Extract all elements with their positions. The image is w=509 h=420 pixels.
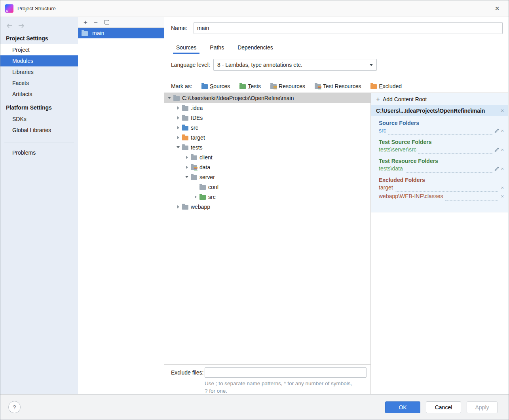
folder-icon [182, 106, 188, 111]
group-title-excluded-folders: Excluded Folders [379, 177, 508, 183]
folder-icon [182, 205, 188, 210]
back-icon[interactable] [6, 23, 13, 28]
tree-row-data[interactable]: data [164, 162, 370, 172]
chevron-down-icon[interactable] [175, 144, 181, 151]
tab-sources[interactable]: Sources [176, 44, 196, 54]
sidebar-item-libraries[interactable]: Libraries [0, 66, 78, 78]
chevron-right-icon[interactable] [184, 154, 190, 161]
dotted-leader [405, 170, 493, 173]
group-title-test-resource-folders: Test Resource Folders [379, 158, 508, 164]
forward-icon[interactable] [18, 23, 25, 28]
mark-test-resources-button[interactable]: Test Resources [314, 83, 361, 89]
project-structure-dialog: Project Structure × Project Settings Pro… [0, 0, 509, 420]
dialog-footer: ? OK Cancel Apply [0, 394, 509, 420]
add-content-root-button[interactable]: + Add Content Root [371, 93, 508, 105]
test-resource-folder-item[interactable]: tests\data × [379, 164, 508, 173]
remove-module-icon[interactable]: − [94, 19, 98, 26]
tree-row-ides[interactable]: IDEs [164, 113, 370, 123]
exclude-files-input[interactable] [205, 367, 367, 378]
sidebar-item-problems[interactable]: Problems [0, 147, 78, 158]
exclude-files-row: Exclude files: [171, 367, 367, 378]
content-root-row[interactable]: C:\Users\...IdeaProjects\OpenRefine\main… [371, 105, 508, 116]
chevron-right-icon[interactable] [175, 115, 181, 121]
content-root-details-panel: + Add Content Root C:\Users\...IdeaProje… [370, 93, 508, 394]
folder-icon [182, 146, 188, 150]
sidebar-item-modules[interactable]: Modules [0, 55, 78, 66]
chevron-down-icon[interactable] [366, 59, 376, 70]
remove-content-root-icon[interactable]: × [500, 108, 505, 113]
excluded-folder-item-target[interactable]: target × [379, 183, 508, 192]
chevron-right-icon[interactable] [175, 105, 181, 111]
module-folder-icon [82, 31, 88, 36]
chevron-right-icon[interactable] [175, 204, 181, 210]
sidebar-divider [4, 142, 74, 142]
language-level-select[interactable]: 8 - Lambdas, type annotations etc. [213, 59, 377, 71]
dotted-leader [395, 189, 498, 192]
test-resources-folder-icon [191, 165, 197, 170]
chevron-right-icon[interactable] [192, 194, 199, 200]
help-icon[interactable]: ? [8, 401, 21, 413]
edit-icon[interactable] [494, 166, 500, 171]
tree-row-target[interactable]: target [164, 132, 370, 142]
sidebar-item-artifacts[interactable]: Artifacts [0, 89, 78, 100]
mark-resources-button[interactable]: Resources [270, 83, 305, 89]
edit-icon[interactable] [494, 128, 500, 133]
title-bar: Project Structure × [0, 0, 509, 17]
edit-icon[interactable] [494, 147, 500, 152]
module-list-item-main[interactable]: main [78, 28, 164, 38]
remove-folder-icon[interactable]: × [500, 185, 505, 190]
dotted-leader [388, 132, 493, 135]
language-level-row: Language level: 8 - Lambdas, type annota… [171, 59, 377, 71]
excluded-folder-icon [182, 136, 188, 140]
remove-folder-icon[interactable]: × [500, 194, 505, 199]
mark-sources-button[interactable]: Sources [201, 83, 230, 89]
tree-row-conf[interactable]: conf [164, 182, 370, 192]
tree-row-server-src[interactable]: src [164, 192, 370, 202]
language-level-value: 8 - Lambdas, type annotations etc. [217, 62, 302, 68]
cancel-button[interactable]: Cancel [426, 401, 461, 413]
chevron-right-icon[interactable] [175, 125, 181, 131]
copy-module-icon[interactable] [104, 20, 109, 25]
ok-button[interactable]: OK [385, 401, 420, 413]
chevron-down-icon[interactable] [166, 95, 173, 101]
sidebar-item-sdks[interactable]: SDKs [0, 114, 78, 125]
test-folder-icon [239, 84, 246, 89]
mark-excluded-button[interactable]: Excluded [370, 83, 402, 89]
tab-paths[interactable]: Paths [210, 44, 224, 54]
group-title-source-folders: Source Folders [379, 120, 508, 126]
test-source-folder-item[interactable]: tests\server\src × [379, 145, 508, 154]
sidebar-item-global-libraries[interactable]: Global Libraries [0, 125, 78, 136]
tab-dependencies[interactable]: Dependencies [237, 44, 273, 54]
apply-button[interactable]: Apply [467, 401, 498, 413]
add-module-icon[interactable]: + [84, 19, 87, 26]
tree-row-server[interactable]: server [164, 172, 370, 182]
tree-row-src[interactable]: src [164, 123, 370, 132]
remove-folder-icon[interactable]: × [500, 166, 505, 171]
sidebar-item-project[interactable]: Project [0, 44, 78, 55]
test-resources-folder-icon [315, 84, 321, 89]
module-name: main [92, 30, 104, 36]
chevron-right-icon[interactable] [184, 164, 190, 170]
source-folder-item-src[interactable]: src × [379, 126, 508, 135]
module-name-input[interactable] [194, 22, 503, 34]
close-icon[interactable]: × [490, 3, 504, 15]
remove-folder-icon[interactable]: × [500, 128, 505, 133]
chevron-right-icon[interactable] [175, 134, 181, 141]
tree-row-root[interactable]: C:\Users\ankit\IdeaProjects\OpenRefine\m… [164, 93, 370, 103]
content-root-tree: C:\Users\ankit\IdeaProjects\OpenRefine\m… [164, 93, 370, 364]
remove-folder-icon[interactable]: × [500, 147, 505, 152]
sidebar-item-facets[interactable]: Facets [0, 78, 78, 89]
chevron-down-icon[interactable] [184, 174, 190, 180]
tree-row-webapp[interactable]: webapp [164, 202, 370, 212]
tree-row-idea[interactable]: .idea [164, 103, 370, 113]
exclude-files-hint: Use ; to separate name patterns, * for a… [205, 380, 367, 395]
excluded-folder-item-webapp-classes[interactable]: webapp\WEB-INF\classes × [379, 192, 508, 201]
section-header-platform-settings: Platform Settings [0, 100, 78, 114]
dotted-leader [445, 198, 498, 201]
folder-icon [191, 175, 197, 180]
tree-row-tests[interactable]: tests [164, 142, 370, 152]
tree-row-client[interactable]: client [164, 152, 370, 162]
folder-icon [182, 116, 188, 121]
module-tabs: Sources Paths Dependencies [176, 42, 273, 54]
mark-tests-button[interactable]: Tests [239, 83, 261, 89]
